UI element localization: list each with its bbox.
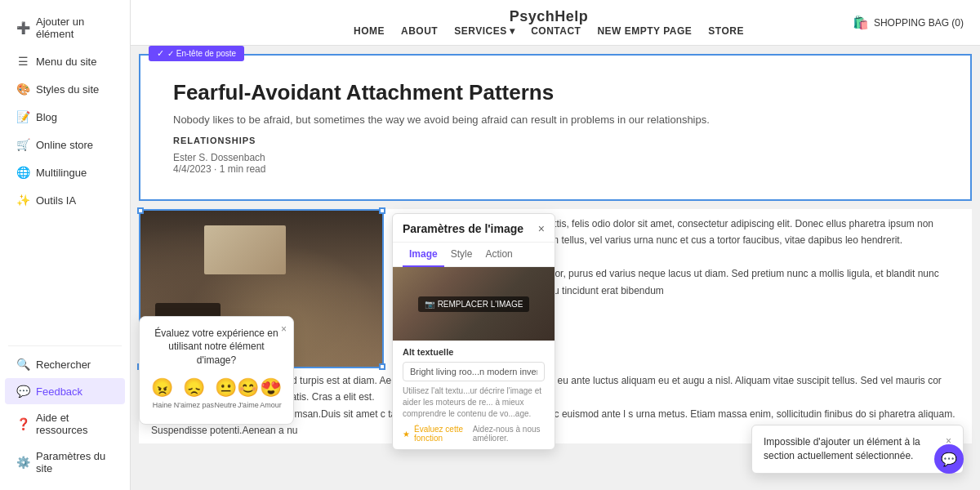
- sidebar-item-outils-ia[interactable]: ✨ Outils IA: [5, 187, 125, 213]
- image-params-panel: Paramètres de l'image × Image Style Acti…: [392, 213, 555, 450]
- add-icon: ➕: [16, 21, 29, 34]
- img-alt-link-help: Aidez-nous à nous améliorer.: [473, 425, 545, 443]
- styles-icon: 🎨: [16, 82, 29, 96]
- img-params-close-button[interactable]: ×: [538, 222, 545, 235]
- sidebar-item-label: Blog: [36, 111, 57, 123]
- feedback-icon: 💬: [16, 385, 29, 398]
- img-alt-section: Alt textuelle Utilisez l'alt textu...ur …: [393, 341, 555, 449]
- help-icon: ❓: [16, 417, 29, 430]
- feedback-emoji-amour[interactable]: 😍 Amour: [260, 377, 282, 409]
- toast-notification: Impossible d'ajouter un élément à la sec…: [751, 425, 964, 474]
- sidebar-item-label: Online store: [36, 139, 93, 151]
- post-title: Fearful-Avoidant Attachment Patterns: [173, 80, 938, 105]
- haine-emoji: 😠: [151, 377, 173, 399]
- img-tab-style[interactable]: Style: [444, 243, 479, 267]
- img-params-tabs: Image Style Action: [393, 243, 555, 267]
- sidebar-item-label: Paramètres du site: [36, 450, 114, 474]
- feedback-emojis: 😠 Haine 😞 N'aimez pas 😐 Neutre 😊 J'aime …: [151, 377, 282, 409]
- post-category: RELATIONSHIPS: [173, 136, 938, 145]
- shopping-cart[interactable]: 🛍️ SHOPPING BAG (0): [853, 15, 964, 30]
- haine-label: Haine: [153, 401, 172, 409]
- nav-store[interactable]: STORE: [708, 25, 744, 37]
- sidebar-item-label: Styles du site: [36, 83, 99, 96]
- main-area: PsychHelp HOME ABOUT SERVICES ▾ CONTACT …: [131, 0, 980, 490]
- sidebar-item-blog[interactable]: 📝 Blog: [5, 104, 125, 130]
- neutre-label: Neutre: [215, 401, 237, 409]
- feedback-emoji-neutre[interactable]: 😐 Neutre: [215, 377, 237, 409]
- sidebar-item-add-element[interactable]: ➕ Ajouter un élément: [5, 9, 125, 47]
- amour-emoji: 😍: [260, 377, 282, 399]
- feedback-emoji-haine[interactable]: 😠 Haine: [151, 377, 173, 409]
- top-navigation: PsychHelp HOME ABOUT SERVICES ▾ CONTACT …: [131, 0, 980, 46]
- post-date: 4/4/2023 · 1 min read: [173, 163, 938, 175]
- site-logo: PsychHelp: [510, 8, 589, 25]
- toast-text: Impossible d'ajouter un élément à la sec…: [764, 435, 938, 463]
- ia-icon: ✨: [16, 194, 29, 207]
- cart-label: SHOPPING BAG (0): [874, 17, 964, 29]
- sidebar-item-label: Menu du site: [36, 56, 96, 68]
- checkmark-icon: ✓: [157, 48, 164, 59]
- sidebar-item-feedback[interactable]: 💬 Feedback: [5, 378, 125, 404]
- jaime-emoji: 😊: [237, 377, 259, 399]
- post-subtitle: Nobody likes to be afraid, but sometimes…: [173, 114, 938, 126]
- gear-icon: ⚙️: [16, 456, 29, 469]
- nav-home[interactable]: HOME: [354, 25, 385, 37]
- store-icon: 🛒: [16, 138, 29, 151]
- sidebar-item-rechercher[interactable]: 🔍 Rechercher: [5, 351, 125, 377]
- sidebar: ➕ Ajouter un élément ☰ Menu du site 🎨 St…: [0, 0, 131, 490]
- feedback-emoji-jaime[interactable]: 😊 J'aime: [237, 377, 259, 409]
- img-preview: 📷 REMPLACER L'IMAGE: [393, 267, 555, 341]
- sidebar-item-label: Aide et ressources: [36, 412, 114, 436]
- feedback-emoji-naime-pas[interactable]: 😞 N'aimez pas: [174, 377, 214, 409]
- img-alt-input[interactable]: [403, 362, 545, 381]
- cart-icon: 🛍️: [853, 15, 869, 30]
- post-header-section: ✓ ✓ En-tête de poste Fearful-Avoidant At…: [139, 54, 972, 201]
- naime-pas-emoji: 😞: [183, 377, 205, 399]
- img-alt-hint: Utilisez l'alt textu...ur décrire l'imag…: [403, 385, 545, 420]
- nav-new-empty-page[interactable]: NEW EMPTY PAGE: [597, 25, 692, 37]
- img-tab-image[interactable]: Image: [403, 243, 444, 267]
- img-alt-label: Alt textuelle: [403, 347, 545, 357]
- sidebar-item-aide[interactable]: ❓ Aide et ressources: [5, 405, 125, 443]
- nav-about[interactable]: ABOUT: [401, 25, 438, 37]
- camera-icon: 📷: [425, 300, 434, 309]
- naime-pas-label: N'aimez pas: [174, 401, 214, 409]
- menu-icon: ☰: [16, 55, 29, 68]
- sidebar-item-online-store[interactable]: 🛒 Online store: [5, 131, 125, 158]
- img-params-header: Paramètres de l'image ×: [393, 214, 555, 243]
- feedback-question: Évaluez votre expérience en utilisant no…: [151, 327, 282, 368]
- sidebar-item-label: Multilingue: [36, 167, 87, 179]
- multilingue-icon: 🌐: [16, 166, 29, 179]
- chevron-down-icon: ▾: [510, 25, 515, 37]
- content-area: ✓ ✓ En-tête de poste Fearful-Avoidant At…: [131, 46, 980, 490]
- chat-bubble-button[interactable]: 💬: [934, 444, 964, 474]
- sidebar-item-label: Outils IA: [36, 194, 76, 207]
- img-params-title: Paramètres de l'image: [403, 222, 523, 235]
- neutre-emoji: 😐: [215, 377, 237, 399]
- img-alt-link[interactable]: ★ Évaluez cette fonction Aidez-nous à no…: [403, 425, 545, 443]
- sidebar-item-styles-site[interactable]: 🎨 Styles du site: [5, 76, 125, 102]
- sidebar-item-parametres[interactable]: ⚙️ Paramètres du site: [5, 443, 125, 481]
- blog-icon: 📝: [16, 110, 29, 123]
- sidebar-item-multilingue[interactable]: 🌐 Multilingue: [5, 159, 125, 185]
- amour-label: Amour: [260, 401, 282, 409]
- replace-image-button[interactable]: 📷 REMPLACER L'IMAGE: [418, 296, 530, 312]
- star-icon: ★: [403, 430, 410, 439]
- sidebar-item-menu-site[interactable]: ☰ Menu du site: [5, 48, 125, 74]
- nav-contact[interactable]: CONTACT: [531, 25, 581, 37]
- sidebar-item-label: Rechercher: [36, 359, 91, 371]
- feedback-widget: × Évaluez votre expérience en utilisant …: [139, 316, 294, 425]
- post-author: Ester S. Dossenbach: [173, 152, 938, 163]
- sidebar-divider: [8, 345, 122, 346]
- header-badge: ✓ ✓ En-tête de poste: [149, 46, 244, 61]
- feedback-close-button[interactable]: ×: [281, 323, 287, 335]
- img-tab-action[interactable]: Action: [479, 243, 519, 267]
- search-icon: 🔍: [16, 358, 29, 371]
- sidebar-item-label: Ajouter un élément: [36, 16, 114, 40]
- nav-services[interactable]: SERVICES ▾: [454, 25, 514, 37]
- sidebar-item-label: Feedback: [36, 385, 82, 398]
- nav-menu: HOME ABOUT SERVICES ▾ CONTACT NEW EMPTY …: [354, 25, 744, 37]
- chat-icon: 💬: [941, 452, 957, 467]
- jaime-label: J'aime: [238, 401, 259, 409]
